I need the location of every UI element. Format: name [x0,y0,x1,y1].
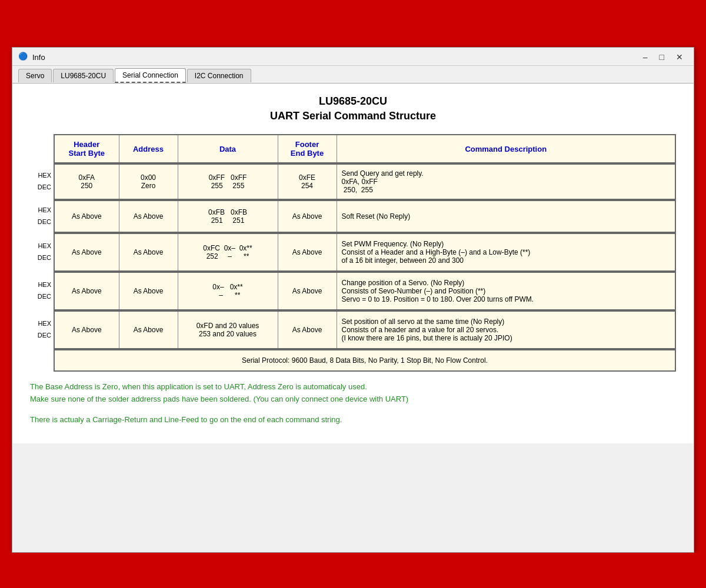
content-area: LU9685-20CU UART Serial Command Structur… [12,83,694,443]
row-label-3: HEXDEC [30,233,54,272]
app-title: Info [32,53,45,62]
tab-bar: Servo LU9685-20CU Serial Connection I2C … [12,66,694,83]
r3-address: As Above [119,233,178,271]
r1-start: 0xFA250 [54,164,119,199]
table-row: HEXDEC As Above [30,233,676,272]
title-bar: 🔵 Info – □ ✕ [12,48,694,66]
command-table-wrapper: HeaderStart Byte Address Data FooterEnd … [30,134,676,372]
row-label-4: HEXDEC [30,272,54,310]
table-row: HEXDEC As Above [30,272,676,310]
footer-protocol-text: Serial Protocol: 9600 Baud, 8 Data Bits,… [54,350,675,371]
r5-data: 0xFD and 20 values253 and 20 values [178,311,278,349]
tab-servo[interactable]: Servo [18,69,52,82]
page-subtitle: UART Serial Command Structure [30,110,676,122]
r2-footer: As Above [278,201,337,232]
th-address: Address [119,135,178,163]
row-label-1: HEXDEC [30,163,54,200]
table-row: HEXDEC As Above [30,200,676,233]
title-left: 🔵 Info [18,52,45,62]
r5-address: As Above [119,311,178,349]
r2-data: 0xFB 0xFB251 251 [178,201,278,232]
tab-serial-connection[interactable]: Serial Connection [115,68,186,83]
r4-data: 0x– 0x** – ** [178,272,278,310]
table-row: HEXDEC 0xFA250 [30,163,676,200]
row-label-2: HEXDEC [30,200,54,233]
window-controls: – □ ✕ [638,51,688,63]
r3-desc: Set PWM Frequency. (No Reply)Consist of … [337,233,675,271]
th-footer: FooterEnd Byte [278,135,337,163]
r5-footer: As Above [278,311,337,349]
r2-address: As Above [119,201,178,232]
app-icon: 🔵 [18,52,29,62]
th-header: HeaderStart Byte [54,135,119,163]
r2-start: As Above [54,201,119,232]
r5-desc: Set position of all servo at the same ti… [337,311,675,349]
r5-start: As Above [54,311,119,349]
r3-start: As Above [54,233,119,271]
application-window: 🔵 Info – □ ✕ Servo LU9685-20CU Serial Co… [12,47,694,553]
r1-footer: 0xFE254 [278,164,337,199]
row-label-5: HEXDEC [30,310,54,349]
r3-data: 0xFC 0x– 0x**252 – ** [178,233,278,271]
top-red-bar [0,0,706,47]
bottom-red-bar [0,553,706,588]
maximize-button[interactable]: □ [655,51,669,63]
th-description: Command Description [337,135,675,163]
r3-footer: As Above [278,233,337,271]
minimize-button[interactable]: – [638,51,652,63]
note-line-1: The Base Address is Zero, when this appl… [30,381,676,393]
table-row: HEXDEC As Above [30,310,676,349]
tab-i2c-connection[interactable]: I2C Connection [187,69,251,82]
table-footer-row: Serial Protocol: 9600 Baud, 8 Data Bits,… [30,349,676,372]
r1-address: 0x00Zero [119,164,178,199]
th-data: Data [178,135,278,163]
header-row: HeaderStart Byte Address Data FooterEnd … [54,134,676,163]
r1-data: 0xFF 0xFF255 255 [178,164,278,199]
note-line-2: Make sure none of the solder addrerss pa… [30,393,676,406]
r4-footer: As Above [278,272,337,310]
r1-desc: Send Query and get reply.0xFA, 0xFF 250,… [337,164,675,199]
notes-section: The Base Address is Zero, when this appl… [30,381,676,426]
tab-lu9685[interactable]: LU9685-20CU [53,69,114,82]
r4-start: As Above [54,272,119,310]
page-title: LU9685-20CU [30,95,676,108]
close-button[interactable]: ✕ [671,51,688,63]
r2-desc: Soft Reset (No Reply) [337,201,675,232]
note-line-3: There is actualy a Carriage-Return and L… [30,414,676,426]
r4-desc: Change position of a Servo. (No Reply)Co… [337,272,675,310]
r4-address: As Above [119,272,178,310]
